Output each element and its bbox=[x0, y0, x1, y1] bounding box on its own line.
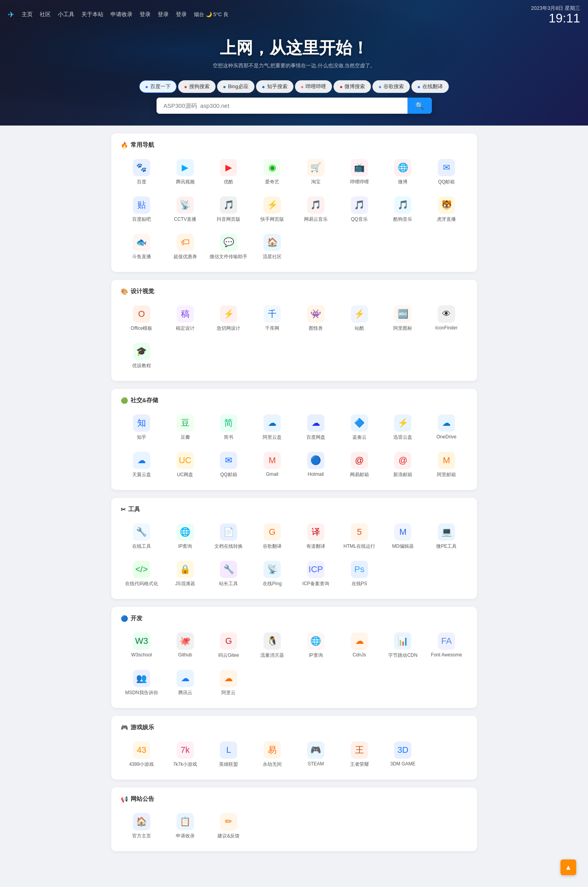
nav-item-dev-3[interactable]: 🐧流量消灭器 bbox=[251, 628, 293, 663]
nav-item-common-0[interactable]: 🐾百度 bbox=[121, 155, 163, 189]
nav-item-notice-0[interactable]: 🏠官方主页 bbox=[121, 809, 163, 843]
nav-item-games-2[interactable]: L英雄联盟 bbox=[208, 737, 250, 772]
nav-item-social-1[interactable]: 豆豆瓣 bbox=[164, 410, 206, 445]
nav-item-common-1[interactable]: ▶腾讯视频 bbox=[164, 155, 206, 189]
nav-item-design-2[interactable]: ⚡急切网设计 bbox=[208, 301, 250, 336]
nav-item-tools-7[interactable]: 💻微PE工具 bbox=[426, 519, 468, 554]
nav-item-dev-1[interactable]: 🐙Github bbox=[164, 628, 206, 663]
nav-item-tools-8[interactable]: </>在线代码格式化 bbox=[121, 557, 163, 591]
search-tab-5[interactable]: ●微博搜索 bbox=[334, 80, 371, 93]
nav-item-games-1[interactable]: 7k7k7k小游戏 bbox=[164, 737, 206, 772]
search-tab-7[interactable]: ●在线翻译 bbox=[411, 80, 449, 93]
nav-item-common-8[interactable]: 贴百度贴吧 bbox=[121, 192, 163, 227]
nav-item-design-8[interactable]: 🎓优设教程 bbox=[121, 339, 163, 373]
nav-item-tools-13[interactable]: Ps在线PS bbox=[338, 557, 380, 591]
nav-item-design-6[interactable]: 🔤阿里图标 bbox=[382, 301, 424, 336]
nav-item-common-9[interactable]: 📡CCTV直播 bbox=[164, 192, 206, 227]
nav-item-dev-7[interactable]: FAFont Awesome bbox=[426, 628, 468, 663]
nav-item-common-3[interactable]: ◉爱奇艺 bbox=[251, 155, 293, 189]
nav-login1[interactable]: 登录 bbox=[140, 11, 151, 18]
nav-login2[interactable]: 登录 bbox=[158, 11, 169, 18]
nav-item-design-7[interactable]: 👁IconFinder bbox=[426, 301, 468, 336]
nav-item-common-10[interactable]: 🎵抖音网页版 bbox=[208, 192, 250, 227]
nav-item-social-10[interactable]: ✉QQ邮箱 bbox=[208, 448, 250, 482]
nav-item-dev-8[interactable]: 👥MSDN我告诉你 bbox=[121, 666, 163, 700]
search-input[interactable] bbox=[157, 98, 407, 114]
nav-item-social-14[interactable]: @新浪邮箱 bbox=[382, 448, 424, 482]
nav-home[interactable]: 主页 bbox=[22, 11, 33, 18]
nav-item-social-9[interactable]: UCUC网盘 bbox=[164, 448, 206, 482]
search-tab-4[interactable]: ●哔哩哔哩 bbox=[295, 80, 332, 93]
nav-item-common-12[interactable]: 🎵网易云音乐 bbox=[295, 192, 337, 227]
nav-item-games-5[interactable]: 王王者荣耀 bbox=[338, 737, 380, 772]
search-tab-2[interactable]: ●Bing必应 bbox=[217, 80, 254, 93]
nav-item-common-18[interactable]: 💬微信文件传输助手 bbox=[208, 230, 250, 264]
nav-item-dev-5[interactable]: ☁CdnJs bbox=[338, 628, 380, 663]
nav-item-tools-9[interactable]: 🔒JS混淆器 bbox=[164, 557, 206, 591]
nav-item-social-4[interactable]: ☁百度网盘 bbox=[295, 410, 337, 445]
nav-item-games-6[interactable]: 3D3DM GAME bbox=[382, 737, 424, 772]
nav-login3[interactable]: 登录 bbox=[176, 11, 187, 18]
nav-item-common-7[interactable]: ✉QQ邮箱 bbox=[426, 155, 468, 189]
nav-item-tools-3[interactable]: G谷歌翻译 bbox=[251, 519, 293, 554]
nav-item-dev-10[interactable]: ☁阿里云 bbox=[208, 666, 250, 700]
nav-item-common-2[interactable]: ▶优酷 bbox=[208, 155, 250, 189]
nav-item-games-0[interactable]: 434399小游戏 bbox=[121, 737, 163, 772]
nav-item-games-3[interactable]: 易永劫无间 bbox=[251, 737, 293, 772]
nav-item-common-16[interactable]: 🐟斗鱼直播 bbox=[121, 230, 163, 264]
nav-item-dev-4[interactable]: 🌐IP查询 bbox=[295, 628, 337, 663]
nav-grid-social: 知知乎豆豆瓣简简书☁阿里云盘☁百度网盘🔷蓝奏云⚡迅雷云盘☁OneDrive☁天翼… bbox=[121, 410, 468, 482]
search-tab-3[interactable]: ●知乎搜索 bbox=[256, 80, 293, 93]
nav-item-tools-0[interactable]: 🔧在线工具 bbox=[121, 519, 163, 554]
nav-item-common-17[interactable]: 🏷超值优惠券 bbox=[164, 230, 206, 264]
nav-item-dev-2[interactable]: G码云Gitee bbox=[208, 628, 250, 663]
search-tab-0[interactable]: ●百度一下 bbox=[139, 80, 177, 93]
nav-item-games-4[interactable]: 🎮STEAM bbox=[295, 737, 337, 772]
nav-item-dev-0[interactable]: W3W3school bbox=[121, 628, 163, 663]
nav-item-social-2[interactable]: 简简书 bbox=[208, 410, 250, 445]
nav-item-tools-2[interactable]: 📄文档在线转换 bbox=[208, 519, 250, 554]
search-tab-6[interactable]: ●谷歌搜索 bbox=[372, 80, 410, 93]
nav-item-common-15[interactable]: 🐯虎牙直播 bbox=[426, 192, 468, 227]
nav-item-social-15[interactable]: M阿里邮箱 bbox=[426, 448, 468, 482]
nav-tools[interactable]: 小工具 bbox=[58, 11, 74, 18]
nav-item-tools-11[interactable]: 📡在线Ping bbox=[251, 557, 293, 591]
nav-item-social-12[interactable]: 🔵Hotmail bbox=[295, 448, 337, 482]
nav-item-social-5[interactable]: 🔷蓝奏云 bbox=[338, 410, 380, 445]
nav-item-tools-5[interactable]: 5HTML在线运行 bbox=[338, 519, 380, 554]
nav-item-design-4[interactable]: 👾图怪兽 bbox=[295, 301, 337, 336]
nav-item-social-11[interactable]: MGmail bbox=[251, 448, 293, 482]
nav-item-common-5[interactable]: 📺哔哩哔哩 bbox=[338, 155, 380, 189]
nav-submit[interactable]: 申请收录 bbox=[111, 11, 133, 18]
nav-item-common-14[interactable]: 🎵酷狗音乐 bbox=[382, 192, 424, 227]
scroll-to-top[interactable]: ▲ bbox=[560, 859, 576, 875]
nav-item-social-13[interactable]: @网易邮箱 bbox=[338, 448, 380, 482]
nav-item-common-6[interactable]: 🌐微博 bbox=[382, 155, 424, 189]
nav-item-social-6[interactable]: ⚡迅雷云盘 bbox=[382, 410, 424, 445]
nav-item-social-7[interactable]: ☁OneDrive bbox=[426, 410, 468, 445]
nav-community[interactable]: 社区 bbox=[40, 11, 51, 18]
nav-item-social-8[interactable]: ☁天翼云盘 bbox=[121, 448, 163, 482]
nav-item-design-5[interactable]: ⚡站酷 bbox=[338, 301, 380, 336]
nav-item-design-0[interactable]: OOffice模板 bbox=[121, 301, 163, 336]
nav-item-tools-10[interactable]: 🔧站长工具 bbox=[208, 557, 250, 591]
nav-item-notice-2[interactable]: ✏建议&反馈 bbox=[208, 809, 250, 843]
nav-item-tools-12[interactable]: ICPICP备案查询 bbox=[295, 557, 337, 591]
nav-item-common-4[interactable]: 🛒淘宝 bbox=[295, 155, 337, 189]
nav-item-notice-1[interactable]: 📋申请收录 bbox=[164, 809, 206, 843]
nav-item-design-3[interactable]: 千千库网 bbox=[251, 301, 293, 336]
nav-item-social-0[interactable]: 知知乎 bbox=[121, 410, 163, 445]
search-button[interactable]: 🔍 bbox=[407, 98, 432, 114]
nav-about[interactable]: 关于本站 bbox=[81, 11, 103, 18]
search-tab-1[interactable]: ●搜狗搜索 bbox=[178, 80, 216, 93]
nav-item-social-3[interactable]: ☁阿里云盘 bbox=[251, 410, 293, 445]
nav-item-design-1[interactable]: 稿稿定设计 bbox=[164, 301, 206, 336]
nav-item-common-13[interactable]: 🎵QQ音乐 bbox=[338, 192, 380, 227]
nav-item-dev-6[interactable]: 📊字节跳动CDN bbox=[382, 628, 424, 663]
nav-item-dev-9[interactable]: ☁腾讯云 bbox=[164, 666, 206, 700]
nav-item-tools-1[interactable]: 🌐IP查询 bbox=[164, 519, 206, 554]
nav-item-common-19[interactable]: 🏠流星社区 bbox=[251, 230, 293, 264]
nav-item-tools-6[interactable]: MMD编辑器 bbox=[382, 519, 424, 554]
nav-item-tools-4[interactable]: 译有道翻译 bbox=[295, 519, 337, 554]
nav-item-common-11[interactable]: ⚡快手网页版 bbox=[251, 192, 293, 227]
